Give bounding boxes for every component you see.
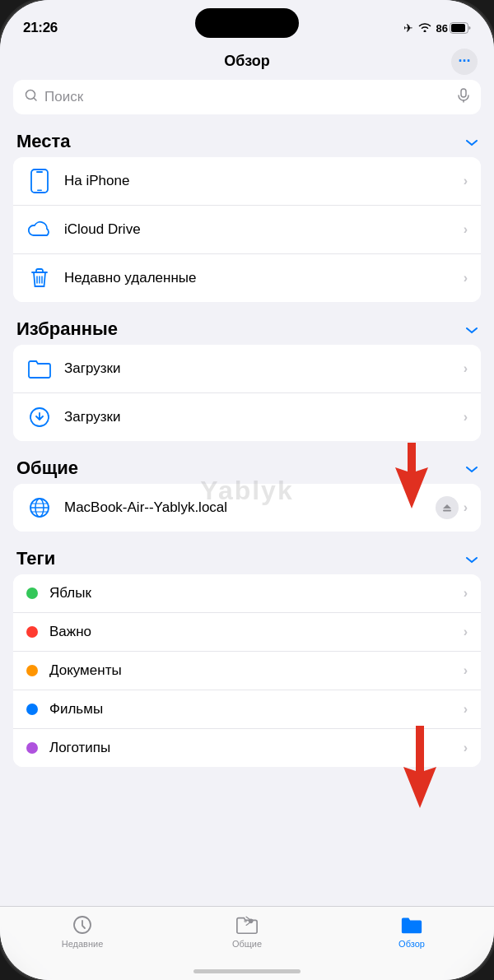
folder-blue-icon xyxy=(26,355,53,382)
chevron-right-icon: › xyxy=(464,663,468,678)
list-item[interactable]: Загрузки › xyxy=(13,345,481,393)
phone-frame: 21:26 ✈ 86 xyxy=(0,0,494,980)
macbook-label: MacBook-Air--Yablyk.local xyxy=(64,499,436,516)
shared-folder-icon xyxy=(235,913,259,936)
folder-fill-icon xyxy=(400,913,423,936)
on-iphone-accessory: › xyxy=(464,174,468,188)
downloads-folder-label: Загрузки xyxy=(64,360,464,377)
tab-recent-label: Недавние xyxy=(62,939,104,949)
page-header: Обзор ··· xyxy=(0,44,494,77)
search-placeholder: Поиск xyxy=(44,89,451,105)
list-item[interactable]: Логотипы › xyxy=(13,729,481,767)
icloud-accessory: › xyxy=(464,222,468,237)
chevron-right-icon: › xyxy=(464,625,468,639)
tab-browse-label: Обзор xyxy=(398,939,425,949)
list-item[interactable]: Недавно удаленные › xyxy=(13,254,481,302)
icloud-label: iCloud Drive xyxy=(64,221,464,238)
tag-green-dot xyxy=(26,588,38,599)
list-item[interactable]: iCloud Drive › xyxy=(13,206,481,254)
list-item[interactable]: На iPhone › xyxy=(13,157,481,206)
battery-icon: 86 xyxy=(436,22,471,35)
section-favorites-title: Избранные xyxy=(16,318,118,340)
downloads-folder-accessory: › xyxy=(464,361,468,376)
svg-point-22 xyxy=(244,919,247,922)
page-title: Обзор xyxy=(224,53,269,70)
svg-rect-1 xyxy=(451,24,465,32)
tag-purple-dot xyxy=(26,742,38,754)
shared-list: MacBook-Air--Yablyk.local › xyxy=(13,484,481,532)
chevron-right-icon: › xyxy=(464,500,468,515)
section-shared: Общие xyxy=(0,451,494,532)
status-icons: ✈ 86 xyxy=(403,21,471,35)
icloud-icon xyxy=(26,216,53,243)
dynamic-island xyxy=(195,8,299,38)
tab-shared-label: Общие xyxy=(232,939,262,949)
section-places-header[interactable]: Места xyxy=(0,124,494,157)
search-bar[interactable]: Поиск xyxy=(13,80,481,114)
list-item[interactable]: Загрузки › xyxy=(13,393,481,441)
chevron-right-icon: › xyxy=(464,222,468,237)
tag-red-dot xyxy=(26,626,38,638)
list-item[interactable]: Яблык › xyxy=(13,574,481,613)
section-tags-header[interactable]: Теги xyxy=(0,541,494,574)
section-places-title: Места xyxy=(16,131,71,152)
svg-rect-18 xyxy=(443,510,451,512)
eject-icon[interactable] xyxy=(436,496,459,519)
tag-purple-label: Логотипы xyxy=(49,740,464,756)
svg-rect-5 xyxy=(31,170,48,193)
tab-browse[interactable]: Обзор xyxy=(329,913,494,949)
recently-deleted-accessory: › xyxy=(464,271,468,286)
download-icon xyxy=(26,404,53,430)
section-favorites-header[interactable]: Избранные xyxy=(0,312,494,345)
globe-icon xyxy=(26,495,53,521)
favorites-list: Загрузки › Загрузки xyxy=(13,345,481,441)
chevron-right-icon: › xyxy=(464,361,468,376)
svg-rect-7 xyxy=(37,190,42,192)
list-item[interactable]: MacBook-Air--Yablyk.local › xyxy=(13,484,481,532)
list-item[interactable]: Фильмы › xyxy=(13,690,481,729)
list-item[interactable]: Важно › xyxy=(13,613,481,652)
chevron-right-icon: › xyxy=(464,271,468,286)
macbook-accessory: › xyxy=(436,496,468,519)
section-shared-chevron xyxy=(466,460,478,477)
airplane-icon: ✈ xyxy=(403,21,413,35)
tag-green-label: Яблык xyxy=(49,585,464,601)
clock-icon xyxy=(71,913,94,936)
section-tags-chevron xyxy=(466,550,478,568)
section-shared-title: Общие xyxy=(16,457,78,479)
downloads-download-label: Загрузки xyxy=(64,409,464,425)
svg-rect-6 xyxy=(36,171,43,173)
chevron-right-icon: › xyxy=(464,410,468,425)
places-list: На iPhone › iCloud Drive xyxy=(13,157,481,302)
tags-list: Яблык › Важно › Документы › xyxy=(13,574,481,767)
tag-orange-dot xyxy=(26,665,38,676)
chevron-right-icon: › xyxy=(464,586,468,601)
tab-recent[interactable]: Недавние xyxy=(0,913,165,949)
on-iphone-label: На iPhone xyxy=(64,173,464,189)
section-tags-title: Теги xyxy=(16,548,55,569)
mic-icon xyxy=(458,88,469,106)
section-places: Места xyxy=(0,124,494,302)
more-button[interactable]: ··· xyxy=(451,49,478,75)
tag-blue-dot xyxy=(26,704,38,715)
search-icon xyxy=(25,89,38,105)
tab-shared[interactable]: Общие xyxy=(165,913,329,949)
wifi-icon xyxy=(418,21,431,35)
downloads-download-accessory: › xyxy=(464,410,468,425)
iphone-icon xyxy=(26,168,53,194)
svg-rect-3 xyxy=(461,89,466,97)
section-tags: Теги Яблык › Важно xyxy=(0,541,494,767)
chevron-right-icon: › xyxy=(464,174,468,188)
status-time: 21:26 xyxy=(23,20,58,36)
status-bar: 21:26 ✈ 86 xyxy=(0,0,494,44)
content-area: Обзор ··· Поиск xyxy=(0,44,494,906)
trash-icon xyxy=(26,265,53,291)
section-favorites-chevron xyxy=(466,321,478,338)
recently-deleted-label: Недавно удаленные xyxy=(64,270,464,286)
section-shared-header[interactable]: Общие xyxy=(0,451,494,484)
more-icon: ··· xyxy=(458,53,470,70)
list-item[interactable]: Документы › xyxy=(13,652,481,690)
tag-orange-label: Документы xyxy=(49,662,464,679)
chevron-right-icon: › xyxy=(464,702,468,717)
section-favorites: Избранные Загрузки xyxy=(0,312,494,441)
